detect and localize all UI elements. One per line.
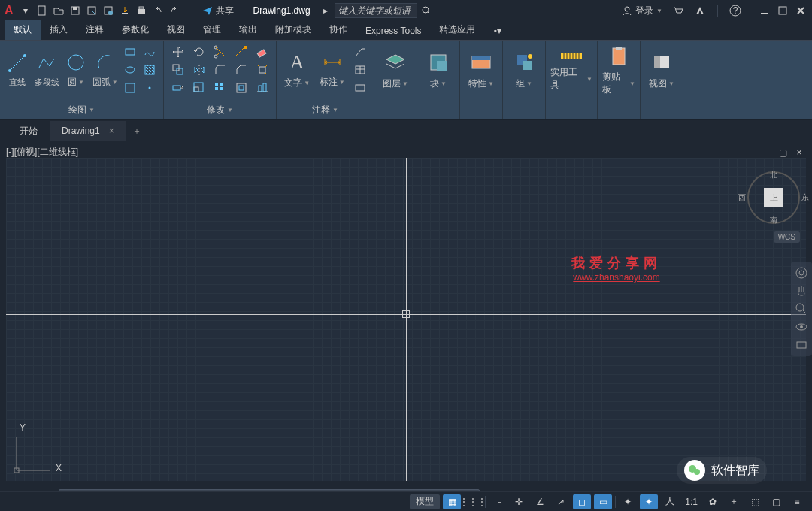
recent-docs-icon[interactable]: ▸	[318, 3, 333, 18]
utilities-button[interactable]: 实用工具▼	[550, 44, 592, 96]
trim-icon[interactable]	[211, 44, 230, 60]
print-icon[interactable]	[134, 3, 149, 18]
drawing-canvas[interactable]: [-][俯视][二维线框] — ▢ × 我爱分享网 www.zhanshaoyi…	[0, 141, 812, 487]
tab-manage[interactable]: 管理	[194, 20, 230, 40]
tab-default[interactable]: 默认	[5, 20, 41, 40]
status-osnap-icon[interactable]: ◻	[573, 494, 591, 509]
status-lwt-icon[interactable]: ▭	[594, 494, 612, 509]
close-icon[interactable]	[794, 4, 807, 17]
file-tab-new-icon[interactable]: ＋	[126, 122, 147, 141]
align-icon[interactable]	[253, 80, 272, 96]
tab-output[interactable]: 输出	[230, 20, 266, 40]
tab-featured[interactable]: 精选应用	[430, 20, 484, 40]
layer-button[interactable]: 图层▼	[379, 44, 412, 96]
tab-annotate[interactable]: 注释	[77, 20, 113, 40]
pan-icon[interactable]	[795, 284, 808, 298]
status-add-icon[interactable]: ＋	[725, 494, 743, 509]
copy-icon[interactable]	[168, 62, 188, 78]
redo-icon[interactable]	[167, 3, 182, 18]
ellipse-icon[interactable]	[121, 62, 139, 78]
status-ortho-icon[interactable]: └	[489, 494, 507, 509]
dimension-button[interactable]: 标注▼	[317, 44, 349, 96]
explode-icon[interactable]	[253, 62, 272, 78]
block-button[interactable]: 块▼	[422, 44, 455, 96]
autodesk-icon[interactable]	[692, 3, 707, 18]
minimize-icon[interactable]	[758, 4, 771, 17]
tab-addins[interactable]: 附加模块	[266, 20, 320, 40]
region-icon[interactable]	[121, 80, 139, 96]
field-icon[interactable]	[351, 80, 369, 96]
fillet-icon[interactable]	[211, 62, 230, 78]
new-icon[interactable]	[35, 3, 50, 18]
orbit-icon[interactable]	[795, 320, 808, 334]
leader-icon[interactable]	[351, 44, 369, 60]
tab-close-icon[interactable]: ×	[109, 125, 114, 136]
status-grid-icon[interactable]: ▦	[443, 494, 461, 509]
status-annomonitor-icon[interactable]: 人	[661, 494, 679, 509]
help-icon[interactable]: ?	[728, 3, 743, 18]
status-polar-icon[interactable]: ✛	[510, 494, 528, 509]
move-icon[interactable]	[168, 44, 188, 60]
viewport-label[interactable]: [-][俯视][二维线框]	[6, 146, 78, 159]
status-otrack-icon[interactable]: ↗	[552, 494, 570, 509]
view-button[interactable]: 视图▼	[645, 44, 678, 96]
point-icon[interactable]	[141, 80, 159, 96]
undo-icon[interactable]	[150, 3, 165, 18]
tab-view[interactable]: 视图	[158, 20, 194, 40]
group-button[interactable]: 组▼	[508, 44, 541, 96]
showmotion-icon[interactable]	[795, 338, 808, 352]
status-iso-icon[interactable]: ⬚	[746, 494, 764, 509]
extend-icon[interactable]	[232, 44, 251, 60]
status-snap-icon[interactable]: ⋮⋮⋮	[464, 494, 482, 509]
maximize-icon[interactable]	[776, 4, 789, 17]
line-button[interactable]: 直线	[5, 44, 31, 96]
status-model-button[interactable]: 模型	[410, 494, 440, 509]
chamfer-icon[interactable]	[232, 62, 251, 78]
search-icon[interactable]	[419, 3, 434, 18]
tab-overflow-icon[interactable]: ▪▾	[484, 22, 510, 40]
clipboard-button[interactable]: 剪贴板▼	[602, 44, 635, 96]
steering-wheel-icon[interactable]	[795, 266, 808, 280]
rotate-icon[interactable]	[189, 44, 209, 60]
arc-button[interactable]: 圆弧▼	[92, 44, 118, 96]
tab-express[interactable]: Express Tools	[356, 22, 430, 40]
save-icon[interactable]	[68, 3, 83, 18]
offset-icon[interactable]	[232, 80, 251, 96]
cart-icon[interactable]	[670, 3, 685, 18]
tab-parametric[interactable]: 参数化	[113, 20, 158, 40]
circle-button[interactable]: 圆▼	[63, 44, 89, 96]
saveas-icon[interactable]	[84, 3, 99, 18]
table-icon[interactable]	[351, 62, 369, 78]
web-save-icon[interactable]	[101, 3, 116, 18]
rect-icon[interactable]	[121, 44, 139, 60]
status-cycling-icon[interactable]: ✦	[640, 494, 658, 509]
hatch-icon[interactable]	[141, 62, 159, 78]
array-icon[interactable]	[211, 80, 230, 96]
status-scale-label[interactable]: 1:1	[682, 494, 701, 509]
mirror-icon[interactable]	[189, 62, 209, 78]
qat-menu-icon[interactable]: ▾	[18, 3, 33, 18]
zoom-icon[interactable]	[795, 302, 808, 316]
spline-icon[interactable]	[141, 44, 159, 60]
import-icon[interactable]	[117, 3, 132, 18]
status-isodraft-icon[interactable]: ∠	[531, 494, 549, 509]
scale-icon[interactable]	[189, 80, 209, 96]
status-customize-icon[interactable]: ≡	[788, 494, 806, 509]
polyline-button[interactable]: 多段线	[34, 44, 60, 96]
erase-icon[interactable]	[253, 44, 272, 60]
login-button[interactable]: 登录 ▼	[622, 5, 662, 17]
search-input[interactable]: 键入关键字或短语	[335, 3, 417, 18]
viewcube[interactable]: 上 北 南 西 东	[747, 171, 800, 224]
open-icon[interactable]	[51, 3, 66, 18]
wcs-badge[interactable]: WCS	[774, 231, 800, 243]
status-gear-icon[interactable]: ✿	[704, 494, 722, 509]
text-button[interactable]: A文字▼	[281, 44, 314, 96]
properties-button[interactable]: 特性▼	[465, 44, 498, 96]
file-tab-start[interactable]: 开始	[8, 120, 50, 142]
status-transparency-icon[interactable]: ✦	[619, 494, 637, 509]
status-hardware-icon[interactable]: ▢	[767, 494, 785, 509]
file-tab-active[interactable]: Drawing1×	[50, 121, 126, 141]
share-button[interactable]: 共享	[198, 3, 238, 19]
tab-collab[interactable]: 协作	[320, 20, 356, 40]
stretch-icon[interactable]	[168, 80, 188, 96]
